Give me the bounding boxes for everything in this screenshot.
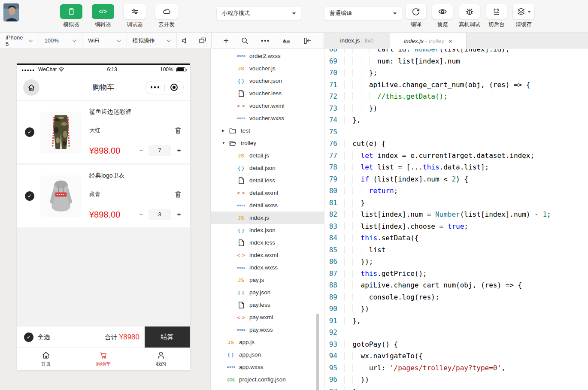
tree-file-voucher.json[interactable]: { }voucher.json	[211, 75, 324, 87]
item-checkbox[interactable]: ✓	[25, 191, 34, 201]
json-file-icon: { }	[225, 352, 236, 357]
tree-folder-trolley[interactable]: ▼trolley	[211, 137, 324, 149]
action-compile[interactable]: 编译	[406, 4, 426, 28]
explorer-scrollbar[interactable]	[316, 314, 319, 390]
tree-file-pay.json[interactable]: { }pay.json	[211, 286, 324, 299]
code-line-74: 74 },	[324, 114, 588, 126]
mode-select[interactable]: 小程序模式	[217, 7, 301, 20]
tree-file-pay.js[interactable]: JSpay.js	[211, 274, 324, 286]
action-preview[interactable]: 预览	[432, 4, 453, 28]
tree-file-detail.js[interactable]: JSdetail.js	[211, 149, 324, 162]
tabbar-home[interactable]: 首页	[17, 348, 75, 370]
tree-file-voucher.less[interactable]: voucher.less	[211, 87, 324, 100]
tree-file-voucher.js[interactable]: JSvoucher.js	[211, 62, 324, 75]
increase-qty-button[interactable]: +	[175, 147, 183, 154]
tree-file-voucher.wxss[interactable]: wxssvoucher.wxss	[211, 112, 324, 124]
add-button[interactable]: +	[223, 36, 228, 45]
chevron-expanded-icon[interactable]: ▼	[222, 141, 227, 145]
line-number: 82	[324, 209, 344, 221]
wifi-icon	[58, 67, 64, 72]
tree-file-detail.wxml[interactable]: < >detail.wxml	[211, 187, 324, 199]
toggle-editor[interactable]: </> 编辑器	[91, 4, 115, 28]
file-name: index.json	[249, 227, 276, 233]
tree-file-app.js[interactable]: JSapp.js	[211, 336, 324, 348]
search-button[interactable]	[240, 36, 249, 45]
action-clear-cache[interactable]: 清缓存	[513, 4, 534, 28]
editor-tab-1[interactable]: index.js - trolley×	[390, 33, 467, 49]
device-select-0[interactable]: iPhone 5	[0, 33, 39, 48]
device-select-3[interactable]: 模拟操作	[127, 33, 177, 48]
chevron-collapsed-icon[interactable]: ▶	[222, 129, 227, 133]
tree-file-pay.wxml[interactable]: < >pay.wxml	[211, 311, 324, 323]
select-all-checkbox[interactable]: ✓	[24, 333, 33, 342]
js-file-icon: JS	[236, 153, 247, 158]
tree-file-project.config.json[interactable]: {⚙}project.config.json	[211, 373, 324, 386]
device-select-2[interactable]: WiFi	[82, 33, 127, 48]
decrease-qty-button[interactable]: −	[137, 147, 145, 154]
delete-item-button[interactable]	[173, 126, 183, 135]
product-image[interactable]	[40, 175, 82, 217]
tree-file-app.wxss[interactable]: wxssapp.wxss	[211, 361, 324, 373]
action-background[interactable]: 切后台	[486, 4, 507, 28]
editor-tab-0[interactable]: index.js - live	[324, 33, 390, 48]
avatar[interactable]	[3, 3, 19, 21]
quantity-value[interactable]: 7	[149, 145, 171, 156]
tree-file-voucher.wxml[interactable]: < >voucher.wxml	[211, 100, 324, 112]
file-name: app.js	[239, 339, 255, 345]
battery-percent: 100%	[160, 67, 173, 73]
tree-file-detail.wxss[interactable]: wxssdetail.wxss	[211, 199, 324, 212]
line-number: 94	[324, 350, 344, 362]
code-line-93: 93 gotoPay() {	[324, 339, 588, 351]
toggle-simulator[interactable]: 模拟器	[59, 4, 83, 28]
mute-button[interactable]	[177, 33, 194, 48]
delete-item-button[interactable]	[173, 190, 183, 199]
toggle-label: 模拟器	[63, 21, 79, 28]
code-line-72: 72 //this.getData();	[324, 91, 588, 103]
device-select-1[interactable]: 100%	[39, 33, 83, 48]
preview-icon	[438, 7, 447, 16]
tree-file-index.wxml[interactable]: < >index.wxml	[211, 249, 324, 261]
total-label: 合计	[105, 333, 118, 342]
code-line-81: 81 }	[324, 197, 588, 209]
line-number: 79	[324, 173, 344, 185]
tree-file-index.wxss[interactable]: wxssindex.wxss	[211, 261, 324, 274]
tabbar-cart[interactable]: 购物车	[75, 348, 132, 370]
float-window-button[interactable]	[194, 33, 211, 48]
product-image[interactable]	[40, 112, 82, 153]
tree-file-pay.wxss[interactable]: wxsspay.wxss	[211, 323, 324, 336]
item-checkbox[interactable]: ✓	[25, 127, 34, 137]
tree-file-detail.json[interactable]: { }detail.json	[211, 162, 324, 174]
tree-file-index.js[interactable]: JSindex.js	[211, 212, 324, 224]
collapse-button[interactable]	[303, 36, 312, 45]
close-icon[interactable]: ×	[449, 37, 452, 45]
tree-file-order2.wxss[interactable]: wxssorder2.wxss	[211, 50, 324, 62]
checkout-button[interactable]: 结算	[145, 327, 190, 348]
tree-folder-test[interactable]: ▶test	[211, 124, 324, 137]
file-name: app.json	[239, 351, 261, 358]
tab-suffix: - live	[360, 37, 373, 44]
more-button[interactable]: •••	[261, 37, 270, 44]
tree-file-sitemap.json[interactable]: { }sitemap.json	[211, 386, 324, 390]
quantity-value[interactable]: 3	[149, 209, 171, 220]
tree-file-detail.less[interactable]: detail.less	[211, 174, 324, 187]
code-line-79: 79 if (list[index].num < 2) {	[324, 173, 588, 185]
decrease-qty-button[interactable]: −	[137, 211, 145, 218]
more-actions-button[interactable]	[145, 81, 164, 94]
exit-capsule-button[interactable]	[165, 81, 184, 94]
tree-file-pay.less[interactable]: pay.less	[211, 299, 324, 311]
tree-file-app.json[interactable]: { }app.json	[211, 348, 324, 361]
code-line-95: 95 url: '/pages/trolley/pay?type=0',	[324, 362, 588, 374]
compile-icon	[411, 7, 421, 16]
tree-file-index.json[interactable]: { }index.json	[211, 224, 324, 236]
toggle-cloud[interactable]: 云开发	[155, 4, 179, 28]
tree-file-index.less[interactable]: index.less	[211, 236, 324, 249]
increase-qty-button[interactable]: +	[175, 211, 183, 218]
compile-mode-select[interactable]: 普通编译	[324, 7, 402, 20]
toggle-debugger[interactable]: 调试器	[123, 4, 147, 28]
action-device-debug[interactable]: 真机调试	[459, 4, 480, 28]
float-window-icon	[198, 36, 207, 45]
tabbar-me[interactable]: 我的	[132, 348, 190, 370]
code-editor[interactable]: 68 cart_id: Number(list[index].id),69 nu…	[324, 49, 588, 390]
code-line-85: 85 list	[324, 244, 588, 256]
sort-button[interactable]	[282, 36, 291, 45]
